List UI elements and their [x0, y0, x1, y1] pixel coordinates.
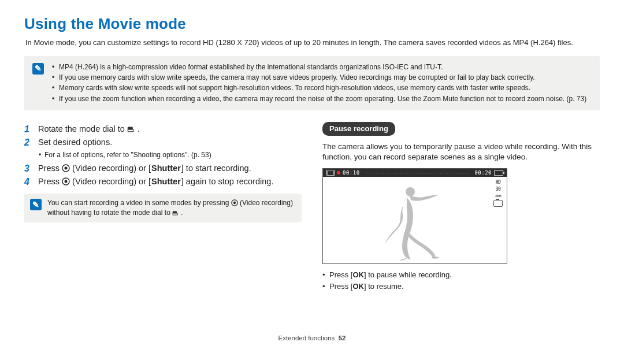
note-item: MP4 (H.264) is a high-compression video … [52, 62, 586, 72]
svg-rect-13 [173, 214, 177, 215]
preview-side-icons: HD 30 ZOOM [493, 180, 503, 207]
pause-column: Pause recording The camera allows you to… [322, 122, 600, 292]
ok-button-label: OK [352, 281, 364, 292]
page-footer: Extended functions 52 [0, 334, 624, 343]
record-button-icon [62, 164, 70, 172]
film-icon [326, 170, 335, 176]
svg-point-14 [406, 187, 415, 196]
zoom-mute-icon: ZOOM [495, 195, 501, 198]
battery-icon [494, 170, 503, 176]
footer-section: Extended functions [278, 335, 335, 341]
svg-point-5 [65, 167, 68, 170]
note-item: If you use memory cards with slow write … [52, 73, 586, 83]
info-icon: ✎ [32, 63, 44, 75]
fps-badge: 30 [496, 187, 501, 191]
intro-text: In Movie mode, you can customize setting… [25, 38, 597, 48]
record-indicator-icon [337, 171, 340, 174]
page-title: Using the Movie mode [24, 14, 600, 34]
step-text: Press (Video recording) or [Shutter] to … [38, 163, 251, 174]
hd-badge: HD [496, 180, 501, 184]
step-number: 2 [24, 137, 31, 148]
camera-icon [493, 200, 503, 207]
ok-button-label: OK [352, 270, 364, 280]
svg-point-9 [233, 202, 236, 204]
pause-notes: Press [OK] to pause while recording. Pre… [322, 270, 600, 291]
step-text: Press (Video recording) or [Shutter] aga… [38, 176, 273, 188]
page-number: 52 [339, 335, 346, 341]
note-item: If you use the zoom function when record… [52, 94, 586, 104]
step-subnote: For a list of options, refer to "Shootin… [39, 150, 302, 159]
camera-preview: 00:10 00:20 HD 30 ZOOM [322, 168, 507, 264]
rec-total-time: 00:20 [474, 169, 492, 176]
step-text: Rotate the mode dial to . [38, 124, 140, 135]
svg-point-7 [65, 180, 68, 183]
dancer-silhouette [375, 184, 450, 262]
step-number: 4 [24, 176, 31, 188]
step-text: Set desired options. [38, 137, 112, 148]
preview-topbar: 00:10 00:20 [323, 169, 507, 177]
step-number: 1 [24, 124, 31, 135]
note-item: Memory cards with slow write speeds will… [52, 83, 586, 93]
step-number: 3 [24, 163, 31, 174]
section-pill: Pause recording [322, 122, 395, 136]
record-button-icon [62, 177, 70, 185]
mode-dial-movie-icon [172, 210, 181, 216]
svg-rect-3 [128, 130, 133, 131]
steps-column: 1 Rotate the mode dial to . 2 Set desire… [24, 122, 302, 292]
mode-dial-movie-icon [127, 125, 138, 133]
small-info-note: ✎ You can start recording a video in som… [24, 194, 302, 222]
record-button-icon [231, 199, 238, 206]
info-note-box: ✎ MP4 (H.264) is a high-compression vide… [24, 56, 600, 111]
pause-description: The camera allows you to temporarily pau… [322, 142, 600, 162]
rec-elapsed-time: 00:10 [343, 169, 360, 176]
info-icon: ✎ [30, 199, 42, 210]
